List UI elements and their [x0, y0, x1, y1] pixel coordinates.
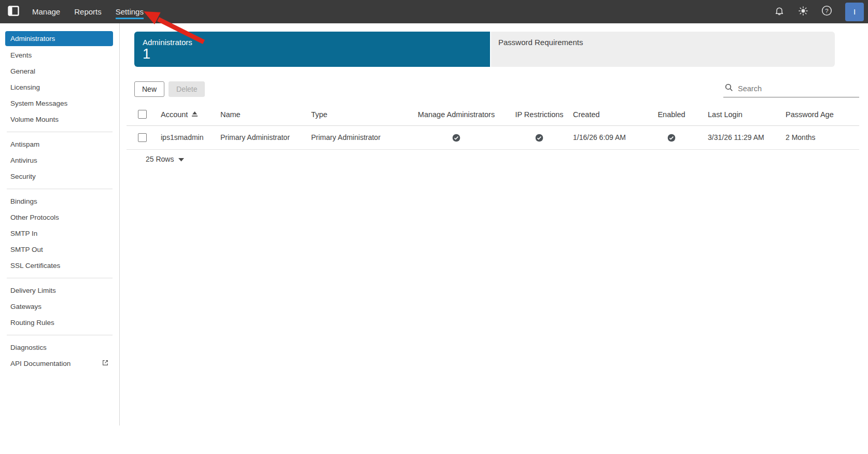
cell-last-login: 3/31/26 11:29 AM	[703, 125, 780, 149]
new-button[interactable]: New	[134, 81, 164, 97]
password-requirements-card[interactable]: Password Requirements	[491, 32, 835, 67]
column-header-created[interactable]: Created	[568, 104, 640, 125]
check-circle-icon	[452, 134, 460, 142]
sidebar-divider	[7, 335, 113, 335]
column-header-account[interactable]: Account	[156, 104, 215, 125]
administrators-count: 1	[143, 47, 482, 61]
sidebar-item-label: API Documentation	[10, 360, 71, 367]
summary-cards: Administrators 1 Password Requirements	[134, 32, 835, 67]
panel-toggle-icon	[8, 6, 19, 18]
nav-item-reports[interactable]: Reports	[74, 0, 102, 23]
cell-type: Primary Administrator	[306, 125, 402, 149]
cell-manage-administrators	[402, 125, 511, 149]
column-header-manage-administrators[interactable]: Manage Administrators	[402, 104, 511, 125]
sidebar-item-administrators[interactable]: Administrators	[5, 31, 113, 46]
sidebar-item-volume-mounts[interactable]: Volume Mounts	[0, 111, 119, 127]
notifications-button[interactable]	[774, 6, 785, 17]
top-navigation-bar: Manage Reports Settings ? I	[0, 0, 868, 23]
nav-item-settings[interactable]: Settings	[116, 0, 144, 23]
column-header-last-login[interactable]: Last Login	[703, 104, 780, 125]
caret-down-icon	[178, 155, 184, 163]
column-header-password-age[interactable]: Password Age	[780, 104, 859, 125]
external-link-icon	[102, 359, 109, 368]
help-button[interactable]: ?	[821, 6, 832, 17]
sidebar-item-antispam[interactable]: Antispam	[0, 136, 119, 152]
table-header-row: Account Name Type Manage Administrators …	[127, 104, 859, 125]
cell-created: 1/16/26 6:09 AM	[568, 125, 640, 149]
sidebar-item-api-documentation[interactable]: API Documentation	[0, 356, 119, 372]
sidebar-toggle-button[interactable]	[6, 4, 21, 20]
sidebar-item-delivery-limits[interactable]: Delivery Limits	[0, 282, 119, 299]
magnifier-icon	[724, 83, 733, 94]
sidebar-item-general[interactable]: General	[0, 63, 119, 79]
sidebar-item-diagnostics[interactable]: Diagnostics	[0, 339, 119, 356]
sidebar-item-events[interactable]: Events	[0, 47, 119, 63]
administrators-table: Account Name Type Manage Administrators …	[127, 104, 859, 150]
user-avatar[interactable]: I	[845, 3, 864, 21]
column-header-label: Account	[161, 110, 188, 119]
sidebar-item-ssl-certificates[interactable]: SSL Certificates	[0, 258, 119, 274]
topbar-actions: ? I	[774, 3, 864, 21]
select-all-checkbox[interactable]	[138, 110, 147, 119]
column-header-type[interactable]: Type	[306, 104, 402, 125]
search-field	[723, 82, 859, 97]
sort-ascending-icon	[192, 110, 198, 118]
column-header-ip-restrictions[interactable]: IP Restrictions	[511, 104, 568, 125]
sidebar-item-routing-rules[interactable]: Routing Rules	[0, 315, 119, 331]
theme-toggle-button[interactable]	[797, 6, 808, 17]
cell-ip-restrictions	[511, 125, 568, 149]
delete-button[interactable]: Delete	[169, 81, 205, 97]
sidebar-item-gateways[interactable]: Gateways	[0, 299, 119, 315]
password-requirements-card-title: Password Requirements	[498, 38, 583, 47]
svg-text:?: ?	[825, 8, 828, 14]
sidebar-item-smtp-out[interactable]: SMTP Out	[0, 242, 119, 258]
administrators-card-title: Administrators	[143, 38, 482, 47]
table-row[interactable]: ips1smadmin Primary Administrator Primar…	[127, 125, 859, 149]
column-header-name[interactable]: Name	[215, 104, 306, 125]
sidebar-item-smtp-in[interactable]: SMTP In	[0, 225, 119, 242]
cell-password-age: 2 Months	[780, 125, 859, 149]
sidebar-item-system-messages[interactable]: System Messages	[0, 95, 119, 111]
check-circle-icon	[535, 134, 543, 142]
sidebar-item-security[interactable]: Security	[0, 168, 119, 185]
cell-name: Primary Administrator	[215, 125, 306, 149]
sidebar-item-bindings[interactable]: Bindings	[0, 193, 119, 209]
sidebar-item-licensing[interactable]: Licensing	[0, 79, 119, 95]
sidebar-item-other-protocols[interactable]: Other Protocols	[0, 209, 119, 225]
question-circle-icon: ?	[821, 5, 832, 18]
nav-item-manage[interactable]: Manage	[32, 0, 60, 23]
check-circle-icon	[667, 134, 676, 142]
main-content: Administrators 1 Password Requirements N…	[120, 23, 868, 454]
sidebar-item-antivirus[interactable]: Antivirus	[0, 152, 119, 168]
bell-icon	[774, 6, 785, 18]
sidebar-divider	[7, 132, 113, 132]
cell-enabled	[640, 125, 703, 149]
row-checkbox[interactable]	[138, 133, 147, 142]
primary-nav: Manage Reports Settings	[32, 0, 144, 23]
rows-per-page-label: 25 Rows	[146, 155, 174, 163]
search-input[interactable]	[738, 84, 858, 93]
cell-account: ips1smadmin	[156, 125, 215, 149]
sidebar-divider	[7, 278, 113, 278]
rows-per-page-dropdown[interactable]: 25 Rows	[146, 155, 184, 163]
sidebar-divider	[7, 189, 113, 189]
table-toolbar: New Delete	[134, 81, 205, 97]
column-header-enabled[interactable]: Enabled	[640, 104, 703, 125]
settings-sidebar: Administrators Events General Licensing …	[0, 23, 120, 425]
sun-icon	[798, 6, 808, 18]
administrators-summary-card[interactable]: Administrators 1	[134, 32, 490, 67]
